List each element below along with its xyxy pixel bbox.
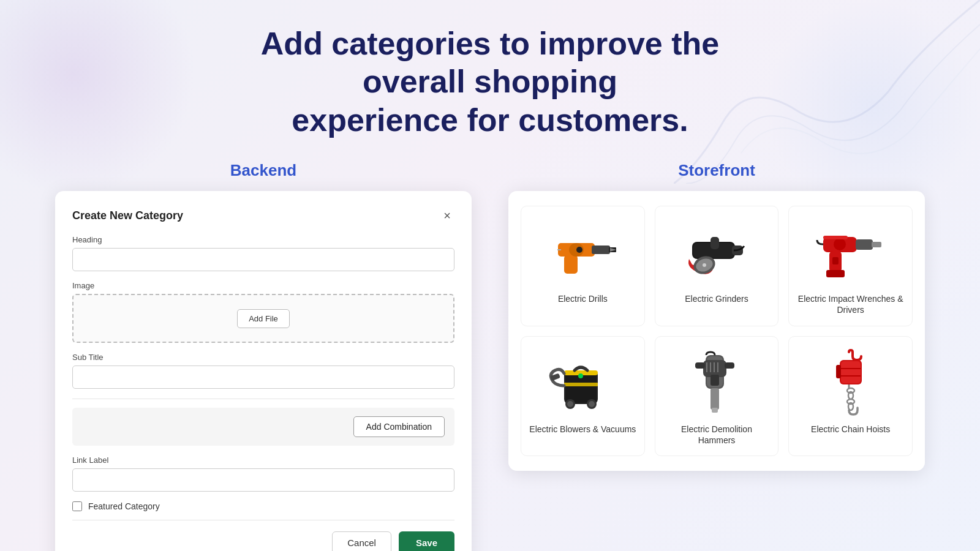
subtitle-input[interactable] xyxy=(72,365,454,389)
hero-title-line1: Add categories to improve the overall sh… xyxy=(261,26,719,99)
category-name-drills: Electric Drills xyxy=(558,293,608,304)
category-item-drills: Electric Drills xyxy=(521,206,645,326)
vacuum-image xyxy=(546,349,619,416)
subtitle-label: Sub Title xyxy=(72,353,454,362)
category-item-vacuums: Electric Blowers & Vacuums xyxy=(521,336,645,456)
image-upload-area[interactable]: Add File xyxy=(72,294,454,343)
category-name-grinders: Electric Grinders xyxy=(685,293,748,304)
chain-hoist-icon xyxy=(814,349,888,416)
link-label-input[interactable] xyxy=(72,468,454,492)
add-combination-button[interactable]: Add Combination xyxy=(353,416,445,437)
subtitle-field-group: Sub Title xyxy=(72,353,454,389)
cancel-button[interactable]: Cancel xyxy=(332,531,391,551)
combination-area: Add Combination xyxy=(72,408,454,446)
image-field-group: Image Add File xyxy=(72,281,454,343)
impact-wrench-image xyxy=(814,219,888,286)
category-item-grinders: Electric Grinders xyxy=(655,206,779,326)
hero-title: Add categories to improve the overall sh… xyxy=(214,24,766,139)
image-label: Image xyxy=(72,281,454,290)
main-container: Add categories to improve the overall sh… xyxy=(0,0,980,551)
svg-rect-17 xyxy=(872,242,881,247)
svg-rect-40 xyxy=(712,408,718,413)
divider-1 xyxy=(72,399,454,399)
category-grid: Electric Drills xyxy=(521,206,913,456)
demolition-hammer-icon xyxy=(680,349,753,416)
category-item-chain-hoists: Electric Chain Hoists xyxy=(788,336,913,456)
drill-icon xyxy=(546,219,619,286)
link-label-label: Link Label xyxy=(72,455,454,465)
svg-rect-22 xyxy=(823,236,848,239)
vacuum-icon xyxy=(546,349,619,416)
svg-rect-49 xyxy=(836,365,841,378)
storefront-card: Electric Drills xyxy=(508,191,925,471)
featured-category-label: Featured Category xyxy=(88,501,160,511)
category-item-demolition-hammers: Electric Demolition Hammers xyxy=(655,336,779,456)
svg-rect-39 xyxy=(710,388,719,410)
category-name-impact-wrenches: Electric Impact Wrenches & Drivers xyxy=(796,293,905,315)
heading-label: Heading xyxy=(72,235,454,244)
svg-rect-1 xyxy=(592,246,610,254)
category-name-chain-hoists: Electric Chain Hoists xyxy=(811,424,890,435)
two-column-layout: Backend Create New Category × Heading Im… xyxy=(37,161,943,551)
backend-column: Backend Create New Category × Heading Im… xyxy=(55,161,472,551)
heading-input[interactable] xyxy=(72,248,454,271)
svg-point-12 xyxy=(703,263,706,267)
svg-rect-37 xyxy=(725,362,734,369)
svg-point-21 xyxy=(834,238,846,250)
create-category-modal: Create New Category × Heading Image Add … xyxy=(55,191,472,551)
backend-label: Backend xyxy=(230,161,296,180)
svg-point-30 xyxy=(589,401,595,407)
add-file-button[interactable]: Add File xyxy=(237,309,290,328)
svg-point-28 xyxy=(567,401,573,407)
svg-rect-36 xyxy=(695,362,705,369)
featured-category-row: Featured Category xyxy=(72,501,454,511)
chain-hoist-image xyxy=(814,349,888,416)
divider-2 xyxy=(72,520,454,520)
link-label-field-group: Link Label xyxy=(72,455,454,492)
category-name-vacuums: Electric Blowers & Vacuums xyxy=(529,424,636,435)
demolition-hammer-image xyxy=(680,349,753,416)
drill-image xyxy=(546,219,619,286)
modal-header: Create New Category × xyxy=(72,208,454,223)
impact-wrench-icon xyxy=(814,219,888,286)
svg-point-7 xyxy=(576,247,582,253)
save-button[interactable]: Save xyxy=(399,531,454,551)
svg-rect-26 xyxy=(564,383,598,386)
category-name-demolition-hammers: Electric Demolition Hammers xyxy=(663,424,771,446)
svg-rect-38 xyxy=(710,375,719,386)
modal-footer: Cancel Save xyxy=(72,531,454,551)
svg-rect-4 xyxy=(564,255,578,274)
svg-rect-16 xyxy=(856,239,873,250)
storefront-label: Storefront xyxy=(678,161,755,180)
category-item-impact-wrenches: Electric Impact Wrenches & Drivers xyxy=(788,206,913,326)
svg-rect-46 xyxy=(841,361,861,383)
svg-rect-20 xyxy=(826,270,845,277)
svg-point-32 xyxy=(578,373,583,378)
svg-rect-14 xyxy=(710,237,719,249)
heading-field-group: Heading xyxy=(72,235,454,271)
grinder-image xyxy=(680,219,753,286)
svg-rect-19 xyxy=(832,257,839,264)
storefront-column: Storefront xyxy=(508,161,925,471)
modal-close-button[interactable]: × xyxy=(440,208,454,223)
grinder-icon xyxy=(680,219,753,286)
hero-title-line2: experience for customers. xyxy=(292,102,688,138)
featured-category-checkbox[interactable] xyxy=(72,501,82,511)
modal-title: Create New Category xyxy=(72,209,183,222)
